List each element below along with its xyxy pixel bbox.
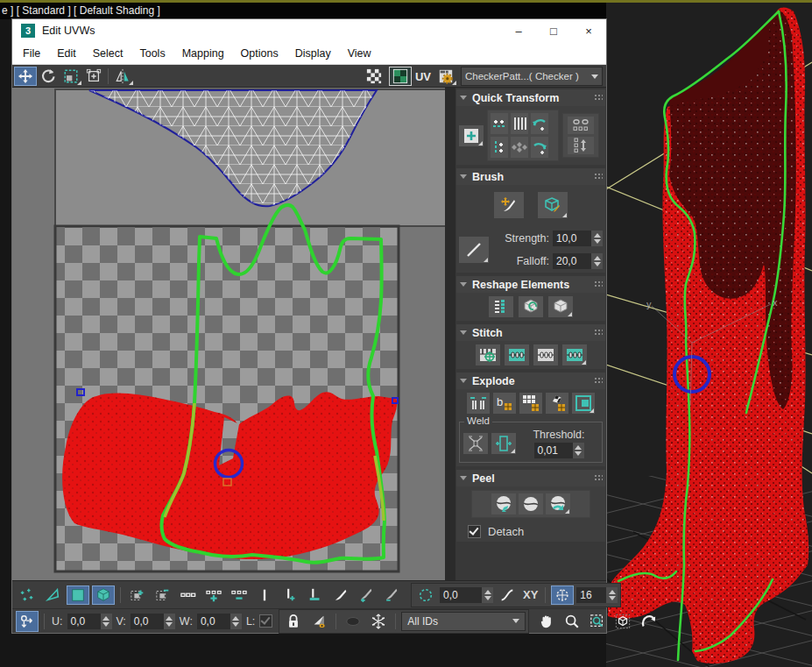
freeform-mode-button[interactable] (82, 67, 105, 86)
falloff-value[interactable]: 20,0 (553, 253, 591, 269)
paint-select-button[interactable] (329, 585, 352, 605)
texture-select-dropdown[interactable]: CheckerPatt...( Checker ) (461, 67, 603, 86)
zoom-region-button[interactable] (586, 612, 609, 631)
edge-mode-button[interactable] (41, 585, 64, 605)
zoom-to-gizmo-button[interactable] (637, 612, 660, 631)
spinner-arrows-icon[interactable] (591, 231, 603, 246)
regularize-element-button[interactable] (519, 296, 543, 317)
break-button[interactable] (467, 393, 490, 414)
move-button[interactable] (14, 67, 37, 86)
menu-tools[interactable]: Tools (139, 47, 165, 60)
edge-distance-button[interactable] (551, 585, 574, 605)
element-mode-button[interactable] (92, 585, 115, 605)
v-value[interactable]: 0,0 (131, 614, 164, 629)
strength-spinner[interactable]: 10,0 (553, 231, 603, 246)
menu-edit[interactable]: Edit (57, 47, 76, 60)
stitch-header[interactable]: Stitch (456, 324, 605, 341)
minimize-button[interactable]: – (501, 19, 536, 42)
show-map-in-viewport-button[interactable] (389, 67, 412, 86)
stitch-target-button[interactable] (562, 344, 587, 365)
brush-header[interactable]: Brush (456, 168, 605, 185)
flatten-by-group-button[interactable] (519, 393, 542, 414)
flatten-by-angle-button[interactable] (546, 393, 568, 414)
straighten-element-button[interactable] (548, 296, 573, 317)
soft-selection-button[interactable] (414, 585, 437, 605)
shrink-selection-button[interactable] (152, 585, 174, 605)
align-vertical-button[interactable] (491, 137, 508, 158)
peel-mode-button[interactable] (519, 493, 543, 514)
absolute-mode-button[interactable] (16, 611, 39, 632)
threshold-value[interactable]: 0,01 (534, 443, 573, 458)
uv-editor-canvas[interactable] (12, 88, 445, 580)
grow-to-seams-button[interactable] (279, 585, 301, 605)
menu-view[interactable]: View (348, 47, 371, 60)
lock-aspect-checkbox[interactable] (259, 614, 272, 628)
edge-distance-value[interactable]: 16 (576, 587, 606, 603)
edge-distance-spinner[interactable]: 16 (576, 587, 618, 603)
explode-header[interactable]: Explode (456, 373, 605, 389)
vertex-mode-button[interactable] (16, 585, 39, 605)
u-spinner[interactable]: 0,0 (67, 614, 112, 629)
viewport-shading-label[interactable]: e ] [ Standard ] [ Default Shading ] (0, 3, 606, 19)
spinner-arrows-icon[interactable] (101, 614, 112, 629)
panel-scrollbar[interactable] (445, 88, 455, 580)
rotate-button[interactable] (37, 67, 60, 86)
peel-reset-button[interactable] (546, 493, 570, 514)
material-id-dropdown[interactable]: All IDs (401, 612, 526, 631)
w-spinner[interactable]: 0,0 (197, 614, 242, 629)
show-checker-tiling-button[interactable] (363, 67, 385, 86)
menu-select[interactable]: Select (93, 47, 124, 60)
rotate-ccw-button[interactable] (531, 113, 548, 134)
menu-file[interactable]: File (23, 47, 40, 60)
select-edge-loop-button[interactable] (253, 585, 276, 605)
straighten-selection-button[interactable] (511, 113, 528, 134)
align-to-pivot-button[interactable] (459, 125, 484, 146)
uv-space-label[interactable]: UV (415, 70, 431, 83)
open-edge-to-seam-button[interactable] (304, 585, 327, 605)
stitch-custom-button[interactable] (476, 344, 500, 365)
map-options-button[interactable] (434, 67, 457, 86)
spinner-arrows-icon[interactable] (591, 253, 603, 269)
reshape-header[interactable]: Reshape Elements (456, 276, 605, 293)
flatten-custom-button[interactable] (572, 393, 595, 414)
weld-selected-button[interactable] (463, 433, 488, 454)
paint-select-shrink-button[interactable] (380, 585, 403, 605)
spinner-arrows-icon[interactable] (573, 443, 584, 458)
soft-selection-spinner[interactable]: 0,0 (440, 587, 493, 603)
falloff-space-toggle[interactable]: XY (523, 588, 538, 601)
mirror-button[interactable] (111, 67, 134, 86)
sort-elements-button[interactable] (489, 296, 513, 317)
zoom-extents-button[interactable] (611, 612, 634, 631)
soft-selection-value[interactable]: 0,0 (440, 587, 482, 603)
detach-checkbox[interactable] (468, 525, 481, 538)
maximize-button[interactable]: □ (536, 19, 571, 42)
spinner-arrows-icon[interactable] (164, 614, 175, 629)
filter-selected-faces-button[interactable] (307, 612, 330, 631)
grow-selection-button[interactable] (126, 585, 149, 605)
move-brush-button[interactable] (494, 192, 524, 218)
menu-options[interactable]: Options (241, 47, 279, 60)
paint-select-grow-button[interactable] (355, 585, 378, 605)
w-value[interactable]: 0,0 (197, 614, 230, 629)
peel-header[interactable]: Peel (456, 470, 605, 486)
quick-transform-header[interactable]: Quick Transform (456, 89, 605, 106)
quick-peel-button[interactable] (491, 493, 516, 514)
relax-brush-button[interactable] (538, 192, 568, 218)
distribute-vertical-button[interactable] (568, 137, 594, 154)
detach-by-id-button[interactable]: b (493, 393, 516, 414)
falloff-spinner[interactable]: 20,0 (553, 253, 603, 269)
3d-viewport[interactable]: y x (606, 3, 812, 667)
title-bar[interactable]: 3 Edit UVWs – □ × (12, 19, 606, 42)
v-spinner[interactable]: 0,0 (131, 614, 175, 629)
threshold-spinner[interactable]: 0,01 (534, 443, 584, 458)
lock-selection-button[interactable] (282, 612, 305, 631)
close-button[interactable]: × (571, 19, 606, 42)
pan-button[interactable] (535, 612, 558, 631)
stitch-average-button[interactable] (533, 344, 558, 365)
zoom-button[interactable] (561, 612, 583, 631)
u-value[interactable]: 0,0 (67, 614, 101, 629)
brush-falloff-button[interactable] (459, 237, 489, 263)
menu-display[interactable]: Display (295, 47, 331, 60)
spinner-arrows-icon[interactable] (230, 614, 242, 629)
rotate-cw-button[interactable] (531, 137, 548, 158)
